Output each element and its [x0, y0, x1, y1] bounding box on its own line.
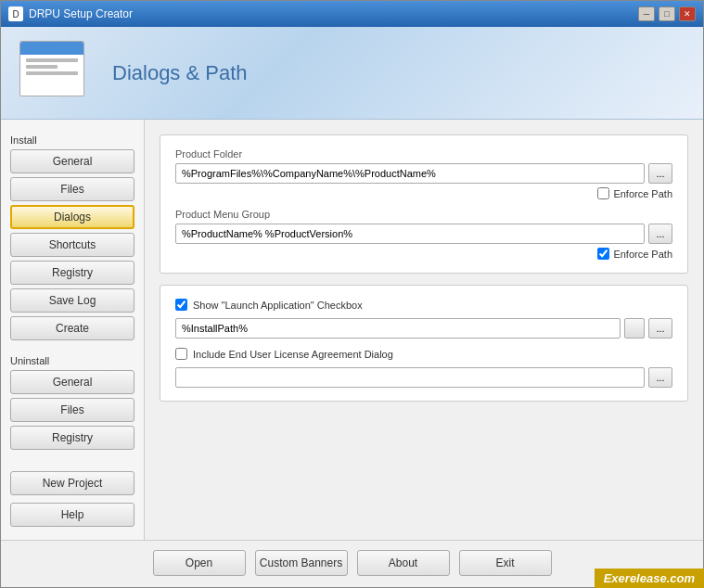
eula-path-row: ... [175, 367, 672, 388]
install-path-input[interactable] [175, 318, 621, 339]
sidebar-bottom: New Project Help [10, 471, 134, 530]
install-path-browse-button[interactable]: ... [648, 318, 672, 339]
enforce-path-2-label: Enforce Path [613, 249, 672, 260]
product-folder-row: ... [175, 163, 672, 184]
include-eula-checkbox[interactable] [175, 348, 187, 360]
sidebar-item-general[interactable]: General [10, 149, 134, 173]
enforce-path-2-row: Enforce Path [175, 248, 672, 260]
product-folder-input[interactable] [175, 163, 645, 184]
title-bar: D DRPU Setup Creator ─ □ ✕ [1, 1, 703, 27]
watermark: Exerelease.com [595, 569, 704, 588]
sidebar-item-registry[interactable]: Registry [10, 261, 134, 285]
show-launch-label: Show "Launch Application" Checkbox [193, 300, 363, 311]
header-icon [19, 41, 94, 106]
custom-banners-button[interactable]: Custom Banners [255, 550, 348, 576]
sidebar-item-dialogs[interactable]: Dialogs [10, 205, 134, 229]
install-path-small-button[interactable] [624, 318, 645, 339]
install-section-label: Install [10, 134, 134, 146]
eula-path-input[interactable] [175, 367, 645, 388]
include-eula-label: Include End User License Agreement Dialo… [193, 349, 393, 360]
product-folder-browse-button[interactable]: ... [648, 163, 672, 184]
main-content: Install General Files Dialogs Shortcuts … [1, 120, 703, 540]
product-menu-input[interactable] [175, 224, 645, 244]
maximize-button[interactable]: □ [659, 6, 675, 21]
main-window: D DRPU Setup Creator ─ □ ✕ Dialogs & Pat… [0, 0, 704, 588]
product-menu-row: ... [175, 224, 672, 244]
sidebar-item-files[interactable]: Files [10, 177, 134, 201]
window-title: DRPU Setup Creator [29, 7, 638, 20]
sidebar-item-create[interactable]: Create [10, 316, 134, 340]
product-folder-label: Product Folder [175, 148, 672, 160]
sidebar-item-shortcuts[interactable]: Shortcuts [10, 233, 134, 257]
show-launch-checkbox[interactable] [175, 299, 187, 311]
enforce-path-1-row: Enforce Path [175, 187, 672, 199]
new-project-button[interactable]: New Project [10, 471, 134, 495]
sidebar-item-u-general[interactable]: General [10, 370, 134, 394]
sidebar-item-savelog[interactable]: Save Log [10, 288, 134, 313]
header: Dialogs & Path [1, 27, 703, 120]
minimize-button[interactable]: ─ [638, 6, 655, 21]
eula-row: Include End User License Agreement Dialo… [175, 348, 672, 360]
show-launch-row: Show "Launch Application" Checkbox [175, 299, 672, 311]
install-path-row: ... [175, 318, 672, 339]
product-menu-label: Product Menu Group [175, 209, 672, 220]
right-panel: Product Folder ... Enforce Path Product … [145, 120, 703, 540]
launch-eula-panel: Show "Launch Application" Checkbox ... I… [160, 285, 688, 402]
enforce-path-1-label: Enforce Path [613, 188, 672, 199]
app-icon: D [8, 6, 23, 21]
sidebar-item-u-files[interactable]: Files [10, 398, 134, 422]
sidebar: Install General Files Dialogs Shortcuts … [1, 120, 145, 540]
enforce-path-2-checkbox[interactable] [597, 248, 609, 260]
path-settings-panel: Product Folder ... Enforce Path Product … [160, 134, 688, 274]
enforce-path-1-checkbox[interactable] [597, 187, 609, 199]
help-button[interactable]: Help [10, 503, 134, 527]
sidebar-item-u-registry[interactable]: Registry [10, 426, 134, 450]
close-button[interactable]: ✕ [679, 6, 696, 21]
page-title: Dialogs & Path [112, 61, 248, 85]
open-button[interactable]: Open [153, 550, 246, 576]
uninstall-section-label: Uninstall [10, 355, 134, 366]
product-menu-browse-button[interactable]: ... [648, 224, 672, 244]
window-controls: ─ □ ✕ [638, 6, 696, 21]
exit-button[interactable]: Exit [459, 550, 552, 576]
eula-browse-button[interactable]: ... [648, 367, 672, 388]
about-button[interactable]: About [357, 550, 450, 576]
